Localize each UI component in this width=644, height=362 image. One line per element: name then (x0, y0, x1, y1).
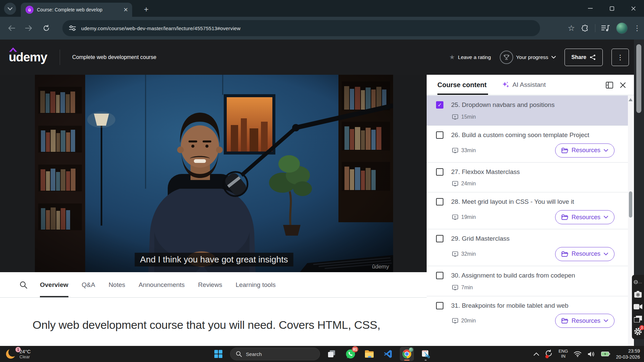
lecture-item-29[interactable]: 29. Grid Masterclass 32min Resources (427, 229, 628, 266)
tab-qa[interactable]: Q&A (82, 272, 95, 297)
window-maximize-button[interactable] (601, 0, 623, 17)
lecture-item-30[interactable]: 30. Assignment to build cards from codep… (427, 266, 628, 296)
video-frame[interactable]: And I think you have got great insights … (35, 75, 393, 272)
lecture-title: 28. Meet grid layout in CSS - You will l… (451, 198, 574, 206)
window-capture-button[interactable] (633, 314, 643, 324)
running-app-indicator (425, 360, 427, 361)
recorder-more-icon[interactable]: ... (638, 280, 642, 284)
scroll-up-arrow-icon[interactable] (629, 98, 633, 101)
lecture-item-27[interactable]: 27. Flexbox Masterclass 24min (427, 163, 628, 193)
header-menu-button[interactable]: ⋮ (611, 49, 629, 66)
resources-dropdown-button[interactable]: Resources (555, 247, 614, 261)
recorder-settings-button[interactable]: 3 (633, 327, 643, 336)
windows-logo-icon (214, 350, 223, 358)
udemy-logo[interactable]: udemy (9, 50, 47, 64)
recorder-link-button[interactable]: ... (633, 277, 643, 287)
tab-notes[interactable]: Notes (109, 272, 125, 297)
tab-overview[interactable]: Overview (40, 272, 68, 297)
extensions-icon[interactable] (581, 24, 589, 32)
chrome-button[interactable] (400, 347, 414, 361)
your-progress-button[interactable]: Your progress (500, 51, 556, 64)
lecture-31-checkbox[interactable] (436, 302, 443, 309)
course-tabs: Overview Q&A Notes Announcements Reviews… (0, 272, 427, 298)
back-button[interactable] (5, 21, 18, 35)
tab-announcements[interactable]: Announcements (139, 272, 184, 297)
sidebar-header: Course content AI Assistant (427, 75, 634, 95)
chevron-down-icon (604, 253, 608, 255)
snipping-tool-button[interactable] (419, 347, 433, 361)
close-icon[interactable] (620, 82, 626, 88)
forward-button[interactable] (22, 21, 36, 35)
battery-icon[interactable] (601, 352, 610, 356)
site-info-icon[interactable] (69, 25, 76, 31)
tab-ai-assistant[interactable]: AI Assistant (502, 75, 546, 95)
tab-close-icon[interactable]: ✕ (123, 6, 128, 13)
profile-avatar[interactable] (616, 22, 628, 34)
tab-learning-tools[interactable]: Learning tools (235, 272, 275, 297)
lecture-item-31[interactable]: 31. Breakpoints for mobile tablet and we… (427, 296, 628, 333)
lecture-item-25[interactable]: ✓ 25. Dropdown navbars and positions 15m… (427, 96, 628, 126)
lecture-25-checkbox[interactable]: ✓ (436, 101, 443, 109)
bookmark-star-icon[interactable]: ☆ (568, 23, 575, 33)
weather-widget[interactable]: 1 24°C Clear (5, 346, 31, 362)
reload-button[interactable] (40, 21, 53, 35)
window-close-button[interactable] (623, 0, 644, 17)
video-lecture-icon (452, 114, 458, 120)
media-controls-icon[interactable] (601, 24, 610, 32)
resources-dropdown-button[interactable]: Resources (555, 314, 614, 328)
vscode-button[interactable] (381, 347, 395, 361)
lecture-30-checkbox[interactable] (436, 272, 443, 279)
lecture-item-28[interactable]: 28. Meet grid layout in CSS - You will l… (427, 192, 628, 229)
page-scrollbar-thumb[interactable] (636, 44, 641, 113)
video-player[interactable]: And I think you have got great insights … (0, 75, 427, 272)
folder-icon (364, 350, 374, 358)
video-caption: And I think you have got great insights (135, 253, 293, 266)
whatsapp-button[interactable]: 81 (343, 347, 358, 361)
tab-search-button[interactable] (4, 3, 16, 15)
record-video-button[interactable] (633, 302, 643, 311)
lecture-28-checkbox[interactable] (436, 198, 443, 205)
trophy-icon (500, 51, 513, 64)
udemy-header: udemy Complete web development course ★ … (0, 40, 644, 75)
language-indicator[interactable]: ENG IN (558, 349, 568, 359)
tab-reviews[interactable]: Reviews (198, 272, 222, 297)
lecture-26-checkbox[interactable] (436, 131, 443, 139)
tab-course-content[interactable]: Course content (437, 75, 488, 95)
share-button[interactable]: Share (565, 49, 603, 66)
video-lecture-icon (452, 215, 458, 220)
udemy-watermark: ûdemy (372, 263, 389, 270)
chrome-profile-badge (409, 348, 413, 352)
resources-dropdown-button[interactable]: Resources (555, 210, 614, 224)
task-view-button[interactable] (325, 347, 339, 361)
chevron-down-icon (604, 149, 608, 152)
tray-date: 20-03-2026 (616, 354, 640, 360)
window-minimize-button[interactable] (580, 0, 601, 17)
lecture-item-26[interactable]: 26. Build a custom coming soon template … (427, 126, 628, 163)
start-button[interactable] (211, 347, 225, 361)
volume-icon[interactable] (587, 351, 595, 357)
browser-tab-active[interactable]: û Course: Complete web develop ✕ (21, 3, 132, 17)
address-bar[interactable]: udemy.com/course/web-dev-master/learn/le… (62, 20, 540, 36)
resources-dropdown-button[interactable]: Resources (555, 143, 614, 158)
browser-menu-icon[interactable]: ⋮ (634, 24, 641, 32)
course-title: Complete web development course (72, 54, 156, 60)
lecture-29-checkbox[interactable] (436, 235, 443, 242)
search-icon[interactable] (19, 281, 28, 289)
sidebar-scrollbar-thumb[interactable] (629, 191, 632, 218)
screenshot-camera-button[interactable] (633, 290, 643, 299)
recorder-toolbar: ... 3 (632, 275, 644, 339)
taskbar-search-box[interactable]: Search (230, 348, 320, 360)
new-tab-button[interactable]: + (141, 4, 152, 15)
clock-widget[interactable]: 23:59 20-03-2026 (616, 348, 640, 360)
sync-recording-icon[interactable] (545, 349, 553, 359)
folder-icon (561, 251, 568, 257)
collapse-panel-icon[interactable] (606, 82, 613, 88)
file-explorer-button[interactable] (362, 347, 376, 361)
share-icon (590, 54, 596, 60)
snipping-tool-icon (421, 350, 430, 358)
lecture-27-checkbox[interactable] (436, 168, 443, 176)
tray-expand-icon[interactable] (534, 352, 539, 356)
wifi-icon[interactable] (574, 351, 582, 357)
leave-rating-button[interactable]: ★ Leave a rating (449, 53, 491, 61)
tab-title: Course: Complete web develop (37, 7, 121, 12)
